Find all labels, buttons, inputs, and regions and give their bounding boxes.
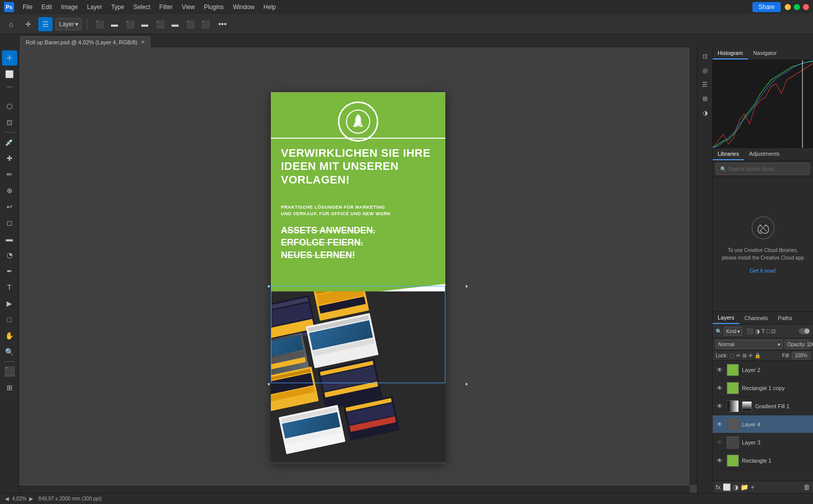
menu-view[interactable]: View: [178, 2, 198, 12]
horizontal-scrollbar[interactable]: [19, 486, 690, 493]
brush-tool[interactable]: ✏: [2, 167, 17, 182]
adjust-icon[interactable]: ◑: [699, 107, 711, 119]
distribute-h-icon[interactable]: ⬛: [183, 17, 197, 31]
tab-navigator[interactable]: Navigator: [748, 47, 782, 59]
move-tool[interactable]: ✛: [2, 50, 17, 66]
add-layer-icon[interactable]: +: [750, 483, 754, 491]
lock-artboard-icon[interactable]: ⊞: [742, 353, 746, 358]
layer-tool-icon[interactable]: ☰: [38, 17, 52, 31]
search-bar[interactable]: 🔍 Search Adobe Stock: [716, 163, 810, 175]
gradient-tool[interactable]: ▬: [2, 231, 17, 246]
eraser-tool[interactable]: ◻: [2, 215, 17, 230]
add-adjustment-icon[interactable]: ◑: [733, 483, 738, 491]
share-button[interactable]: Share: [752, 2, 781, 12]
filter-pixel-icon[interactable]: ⬛: [746, 328, 753, 335]
minimize-button[interactable]: [785, 4, 791, 10]
add-mask-icon[interactable]: ⬜: [723, 483, 731, 491]
layer-item-gradient1[interactable]: 👁 Gradient Fill 1: [713, 397, 813, 415]
menu-file[interactable]: File: [19, 2, 36, 12]
tools-extra[interactable]: ⊞: [2, 380, 17, 395]
filter-toggle[interactable]: [799, 328, 810, 334]
history-brush-tool[interactable]: ↩: [2, 199, 17, 214]
menu-layer[interactable]: Layer: [83, 2, 105, 12]
pen-tool[interactable]: ✒: [2, 264, 17, 279]
quick-select-tool[interactable]: ⬡: [2, 99, 17, 114]
layers-icon[interactable]: ☰: [699, 79, 711, 91]
layer-dropdown[interactable]: Layer ▾: [55, 18, 82, 30]
navigate-icon[interactable]: ◎: [699, 65, 711, 77]
align-left-icon[interactable]: ⬛: [92, 17, 106, 31]
maximize-button[interactable]: [794, 4, 800, 10]
tab-close-button[interactable]: ✕: [141, 39, 145, 45]
menu-plugins[interactable]: Plugins: [200, 2, 227, 12]
tab-channels[interactable]: Channels: [739, 312, 773, 324]
distribute-v-icon[interactable]: ▬: [168, 17, 182, 31]
menu-select[interactable]: Select: [130, 2, 153, 12]
align-center-icon[interactable]: ▬: [107, 17, 122, 31]
layer-visibility-rect1copy[interactable]: 👁: [716, 384, 724, 392]
filter-text-icon[interactable]: T: [762, 328, 765, 335]
layer-item-layer2[interactable]: 👁 Layer 2: [713, 361, 813, 379]
layer-item-rect1[interactable]: 👁 Rectangle 1: [713, 452, 813, 470]
filter-smart-icon[interactable]: ⊡: [771, 328, 776, 335]
dodge-tool[interactable]: ◔: [2, 247, 17, 263]
add-layer-fx-icon[interactable]: fx: [716, 483, 721, 491]
nav-next-button[interactable]: ▶: [28, 495, 34, 502]
stamp-tool[interactable]: ⊕: [2, 183, 17, 198]
eyedropper-tool[interactable]: 💉: [2, 135, 17, 150]
move-tool-icon[interactable]: ✛: [21, 17, 35, 31]
align-bottom-icon[interactable]: ⬛: [198, 17, 212, 31]
distribute-icon[interactable]: ⬛: [153, 17, 167, 31]
layer-item-layer4[interactable]: 👁 Layer 4: [713, 415, 813, 433]
document-tab[interactable]: Roll up Baner.psd @ 4,02% (Layer 4, RGB/…: [20, 36, 150, 47]
shape-tool[interactable]: □: [2, 312, 17, 327]
menu-type[interactable]: Type: [107, 2, 128, 12]
align-top-icon[interactable]: ▬: [138, 17, 152, 31]
tab-paths[interactable]: Paths: [773, 312, 797, 324]
cc-cta-link[interactable]: Get it now!: [749, 268, 776, 274]
tab-histogram[interactable]: Histogram: [713, 47, 748, 59]
nav-prev-button[interactable]: ◀: [4, 495, 10, 502]
tab-adjustments[interactable]: Adjustments: [744, 148, 785, 160]
foreground-color[interactable]: ⬛: [2, 364, 17, 379]
portrait-icon[interactable]: ⊡: [699, 50, 711, 62]
hand-tool[interactable]: ✋: [2, 328, 17, 343]
lock-all-icon[interactable]: 🔒: [754, 353, 761, 358]
marquee-tool[interactable]: ⬜: [2, 67, 17, 82]
properties-icon[interactable]: ⊞: [699, 93, 711, 105]
filter-shape-icon[interactable]: □: [767, 328, 770, 335]
canvas-area[interactable]: VERWIRKLICHEN SIE IHREIDEEN MIT UNSERENV…: [19, 47, 697, 493]
blend-mode-dropdown[interactable]: Normal ▾: [716, 340, 783, 349]
align-right-icon[interactable]: ⬛: [123, 17, 137, 31]
crop-tool[interactable]: ⊡: [2, 115, 17, 130]
path-select-tool[interactable]: ▶: [2, 296, 17, 311]
filter-kind-dropdown[interactable]: Kind ▾: [724, 327, 742, 336]
close-button[interactable]: [803, 4, 809, 10]
layer-visibility-layer2[interactable]: 👁: [716, 366, 724, 374]
fill-value[interactable]: 100%: [792, 352, 810, 359]
healing-tool[interactable]: ✚: [2, 151, 17, 166]
layer-item-rect1copy[interactable]: 👁 Rectangle 1 copy: [713, 379, 813, 397]
lasso-tool[interactable]: ⌒: [2, 83, 17, 98]
layer-item-layer3[interactable]: 👁 Layer 3: [713, 433, 813, 452]
menu-filter[interactable]: Filter: [156, 2, 177, 12]
opacity-field[interactable]: Opacity: 100%: [785, 340, 810, 349]
layer-visibility-gradient1[interactable]: 👁: [716, 402, 724, 410]
menu-window[interactable]: Window: [229, 2, 258, 12]
filter-adj-icon[interactable]: ◑: [755, 328, 760, 335]
layer-visibility-layer3[interactable]: 👁: [716, 438, 724, 447]
lock-position-icon[interactable]: ✛: [748, 353, 752, 358]
layer-visibility-rect1[interactable]: 👁: [716, 457, 724, 465]
tab-libraries[interactable]: Libraries: [713, 148, 744, 160]
lock-transparent-icon[interactable]: ⬚: [730, 353, 734, 358]
home-icon[interactable]: ⌂: [4, 17, 18, 31]
add-group-icon[interactable]: 📁: [740, 483, 748, 491]
tab-layers[interactable]: Layers: [713, 312, 739, 324]
type-tool[interactable]: T: [2, 280, 17, 295]
vertical-scrollbar[interactable]: [690, 47, 697, 485]
delete-layer-icon[interactable]: 🗑: [803, 483, 810, 491]
lock-image-icon[interactable]: ✏: [736, 353, 740, 358]
zoom-tool[interactable]: 🔍: [2, 344, 17, 359]
menu-image[interactable]: Image: [57, 2, 81, 12]
layer-visibility-layer4[interactable]: 👁: [716, 420, 724, 428]
